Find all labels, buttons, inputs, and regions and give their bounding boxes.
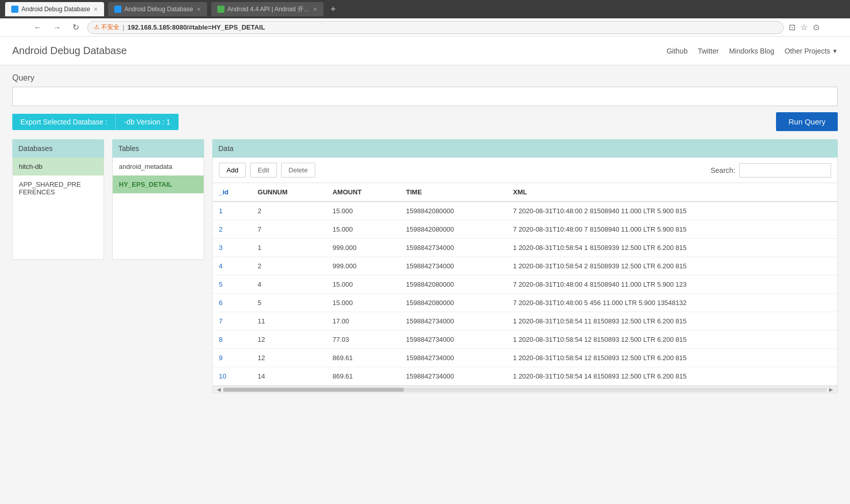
active-tab[interactable]: Android Debug Database ✕: [5, 2, 104, 16]
cell-amount: 869.61: [327, 367, 400, 386]
col-header-gunnum: GUNNUM: [252, 183, 327, 201]
other-projects-link[interactable]: Other Projects ▼: [785, 47, 838, 55]
app-title: Android Debug Database: [12, 45, 666, 57]
cell-amount: 999.000: [327, 239, 400, 257]
db-item-app-shared-prefs[interactable]: APP_SHARED_PREFERENCES: [13, 175, 104, 201]
databases-body: hitch-db APP_SHARED_PREFERENCES: [12, 158, 104, 260]
cell-gunnum: 12: [252, 331, 327, 349]
reload-button[interactable]: ↻: [69, 21, 82, 33]
data-body: Add Edit Delete Search: _id GUNNUM: [212, 158, 838, 393]
github-link[interactable]: Github: [666, 47, 687, 55]
toolbar-left: Export Selected Database : -db Version :…: [12, 114, 179, 130]
table-item-hy-eps-detail[interactable]: HY_EPS_DETAIL: [113, 175, 204, 193]
cell-xml: 7 2020-08-31T10:48:00 7 81508940 11.000 …: [507, 220, 837, 239]
db-item-hitch[interactable]: hitch-db: [13, 158, 104, 175]
cell-time: 1598842734000: [400, 349, 507, 367]
main-content: Query Export Selected Database : -db Ver…: [0, 65, 850, 504]
mindorks-link[interactable]: Mindorks Blog: [729, 47, 774, 55]
twitter-link[interactable]: Twitter: [698, 47, 719, 55]
databases-header: Databases: [12, 139, 104, 158]
back-button[interactable]: ←: [31, 22, 45, 33]
table-row: 2715.00015988420800007 2020-08-31T10:48:…: [213, 220, 837, 239]
top-nav: Github Twitter Mindorks Blog Other Proje…: [666, 47, 838, 55]
cell-amount: 15.000: [327, 201, 400, 220]
app-header: Android Debug Database Github Twitter Mi…: [0, 37, 850, 65]
horizontal-scrollbar[interactable]: ◀ ▶: [213, 386, 837, 393]
cell-xml: 1 2020-08-31T10:58:54 12 8150893 12.500 …: [507, 331, 837, 349]
databases-column: Databases hitch-db APP_SHARED_PREFERENCE…: [12, 139, 104, 393]
table-item-android-metadata[interactable]: android_metadata: [113, 158, 204, 175]
scroll-track[interactable]: [223, 388, 827, 392]
delete-button[interactable]: Delete: [281, 163, 316, 178]
cell-time: 1598842734000: [400, 257, 507, 275]
tab2-favicon: [114, 6, 121, 13]
col-header-amount: AMOUNT: [327, 183, 400, 201]
table-row: 71117.0015988427340001 2020-08-31T10:58:…: [213, 312, 837, 331]
cell-_id: 9: [213, 349, 252, 367]
table-row: 912869.6115988427340001 2020-08-31T10:58…: [213, 349, 837, 367]
inactive-tab-2[interactable]: Android 4.4 API | Android 开… ✕: [211, 2, 323, 16]
cast-icon[interactable]: ⊡: [789, 22, 795, 32]
cell-time: 1598842080000: [400, 275, 507, 294]
cell-gunnum: 2: [252, 257, 327, 275]
tab1-close[interactable]: ✕: [93, 6, 98, 13]
cell-amount: 999.000: [327, 257, 400, 275]
table-header-row: _id GUNNUM AMOUNT TIME XML: [213, 183, 837, 201]
run-query-button[interactable]: Run Query: [776, 112, 838, 131]
cell-amount: 15.000: [327, 294, 400, 312]
cell-_id: 8: [213, 331, 252, 349]
cell-xml: 1 2020-08-31T10:58:54 1 81508939 12.500 …: [507, 239, 837, 257]
security-warning: ⚠ 不安全: [94, 23, 119, 32]
cell-gunnum: 4: [252, 275, 327, 294]
cell-time: 1598842080000: [400, 220, 507, 239]
cell-time: 1598842080000: [400, 201, 507, 220]
browser-toolbar-icons: ⊡ ☆ ⊙: [789, 22, 819, 32]
edit-button[interactable]: Edit: [250, 163, 277, 178]
table-row: 1215.00015988420800007 2020-08-31T10:48:…: [213, 201, 837, 220]
tab1-favicon: [11, 6, 18, 13]
tab2-close[interactable]: ✕: [196, 6, 201, 13]
cell-xml: 1 2020-08-31T10:58:54 14 8150893 12.500 …: [507, 367, 837, 386]
search-input[interactable]: [739, 163, 831, 178]
tab3-favicon: [217, 6, 224, 13]
tables-header: Tables: [112, 139, 204, 158]
bookmark-icon[interactable]: ☆: [801, 22, 808, 32]
cell-time: 1598842734000: [400, 312, 507, 331]
cell-gunnum: 1: [252, 239, 327, 257]
scroll-left-button[interactable]: ◀: [215, 387, 223, 392]
cell-time: 1598842734000: [400, 331, 507, 349]
col-header-id: _id: [213, 183, 252, 201]
version-button[interactable]: -db Version : 1: [115, 114, 178, 130]
cell-amount: 77.03: [327, 331, 400, 349]
tables-column: Tables android_metadata HY_EPS_DETAIL: [112, 139, 204, 393]
query-label: Query: [12, 73, 838, 83]
inactive-tab-1[interactable]: Android Debug Database ✕: [108, 2, 207, 16]
new-tab-button[interactable]: +: [328, 4, 339, 15]
columns-row: Databases hitch-db APP_SHARED_PREFERENCE…: [12, 139, 838, 393]
cell-_id: 7: [213, 312, 252, 331]
address-bar: ← → ↻ ⚠ 不安全 | 192.168.5.185:8080/#table=…: [0, 18, 850, 37]
search-label: Search:: [711, 166, 735, 174]
query-section: Query Export Selected Database : -db Ver…: [12, 73, 838, 131]
cell-gunnum: 12: [252, 349, 327, 367]
account-icon[interactable]: ⊙: [813, 22, 819, 32]
scroll-thumb[interactable]: [223, 388, 404, 392]
cell-amount: 15.000: [327, 220, 400, 239]
tab3-close[interactable]: ✕: [313, 6, 317, 13]
cell-_id: 2: [213, 220, 252, 239]
cell-_id: 6: [213, 294, 252, 312]
tab3-label: Android 4.4 API | Android 开…: [228, 5, 310, 14]
add-button[interactable]: Add: [219, 163, 246, 178]
data-column: Data Add Edit Delete Search: _id: [212, 139, 838, 393]
data-toolbar: Add Edit Delete Search:: [213, 158, 837, 183]
cell-xml: 7 2020-08-31T10:48:00 5 456 11.000 LTR 5…: [507, 294, 837, 312]
cell-xml: 1 2020-08-31T10:58:54 11 8150893 12.500 …: [507, 312, 837, 331]
url-bar[interactable]: ⚠ 不安全 | 192.168.5.185:8080/#table=HY_EPS…: [87, 21, 784, 34]
table-row: 81277.0315988427340001 2020-08-31T10:58:…: [213, 331, 837, 349]
forward-button[interactable]: →: [50, 22, 64, 33]
query-input[interactable]: [12, 87, 838, 106]
cell-xml: 7 2020-08-31T10:48:00 4 81508940 11.000 …: [507, 275, 837, 294]
cell-_id: 4: [213, 257, 252, 275]
export-button[interactable]: Export Selected Database :: [12, 114, 115, 130]
scroll-right-button[interactable]: ▶: [827, 387, 835, 392]
